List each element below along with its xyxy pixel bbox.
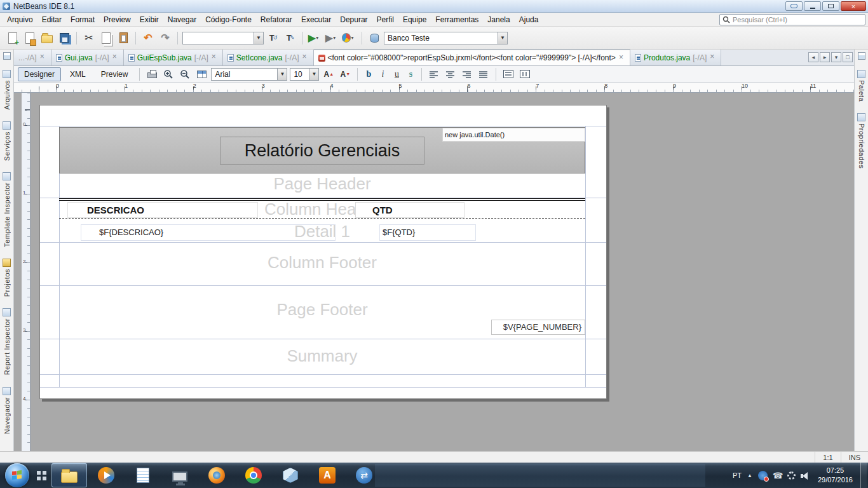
copy-button[interactable] (98, 30, 114, 46)
menu-item[interactable]: Navegar (163, 14, 201, 25)
profile-project-button[interactable]: ▾ (342, 30, 357, 46)
teamviewer-titlebar-button[interactable] (785, 1, 803, 11)
menu-item[interactable]: Format (66, 14, 99, 25)
menu-item[interactable]: Código-Fonte (201, 14, 256, 25)
align-justify-button[interactable] (477, 68, 491, 81)
dock-tab-navegador[interactable]: Navegador (3, 387, 11, 434)
page-number-textfield[interactable]: $V{PAGE_NUMBER} (491, 320, 585, 335)
debug-project-button[interactable]: ▶▾ (325, 30, 340, 46)
clock[interactable]: 07:25 29/07/2016 (818, 466, 853, 485)
config-combobox[interactable]: ▼ (182, 32, 264, 44)
connection-combobox[interactable]: Banco Teste▼ (384, 32, 508, 44)
close-button[interactable]: × (841, 1, 866, 11)
volume-tray-icon[interactable] (801, 471, 810, 480)
dock-tab-report-inspector[interactable]: Report Inspector (3, 308, 11, 375)
menu-item[interactable]: Janela (483, 14, 514, 25)
phone-tray-icon[interactable] (773, 471, 782, 480)
decrease-font-button[interactable]: A▼ (338, 68, 352, 81)
editor-tab[interactable]: <font color="#008000">reportEspSub.jrxml… (314, 50, 630, 65)
dock-tab-paleta[interactable]: Paleta (857, 70, 865, 102)
zoom-out-button[interactable] (178, 68, 192, 81)
menu-item[interactable]: Editar (37, 14, 66, 25)
report-group-button[interactable] (194, 68, 208, 81)
chrome-taskbar-button[interactable] (236, 463, 271, 487)
teamviewer-taskbar-button[interactable] (346, 463, 382, 487)
print-button[interactable] (145, 68, 159, 81)
database-connection-button[interactable] (367, 30, 382, 46)
opened-documents-list-button[interactable]: ▾ (831, 52, 841, 62)
open-project-button[interactable] (39, 30, 55, 46)
menu-item[interactable]: Preview (99, 14, 135, 25)
menu-item[interactable]: Exibir (135, 14, 163, 25)
menu-item[interactable]: Arquivo (3, 14, 37, 25)
show-desktop-button[interactable] (860, 463, 867, 488)
close-tab-icon[interactable] (211, 54, 218, 61)
close-tab-icon[interactable] (302, 54, 309, 61)
detail-field-descricao[interactable]: $F{DESCRICAO} (81, 224, 336, 241)
close-tab-icon[interactable] (618, 55, 625, 62)
hidden-icons-chevron[interactable]: ▲ (747, 473, 752, 478)
report-page[interactable]: Relatório Gerenciais new java.util.Date(… (39, 105, 607, 399)
netbeans-taskbar-button[interactable] (273, 463, 308, 487)
dock-tab-serviços[interactable]: Serviços (3, 121, 11, 161)
dock-tab-template-inspector[interactable]: Template Inspector (3, 172, 11, 247)
save-all-button[interactable] (57, 30, 72, 46)
text-tool-button-1[interactable]: T↺ (266, 30, 281, 46)
vertical-layout-button[interactable] (518, 68, 532, 81)
increase-font-button[interactable]: A▲ (322, 68, 336, 81)
remote-connection-taskbar-button[interactable] (162, 463, 198, 487)
notepad-taskbar-button[interactable] (125, 463, 161, 487)
dock-tab-arquivos[interactable]: Arquivos (3, 70, 11, 110)
close-tab-icon[interactable] (709, 54, 716, 61)
menu-item[interactable]: Ajuda (515, 14, 543, 25)
xml-view-button[interactable]: XML (64, 67, 92, 81)
minimize-button[interactable] (804, 1, 821, 11)
quick-search[interactable] (719, 14, 865, 25)
design-canvas[interactable]: 01234 Relatório Gerenciais new java.ut (14, 93, 854, 451)
editor-tab[interactable]: SetIcone.java [-/A] (223, 50, 314, 65)
editor-tab[interactable]: GuiEspSub.java [-/A] (124, 50, 223, 65)
italic-button[interactable]: i (377, 69, 388, 79)
redo-button[interactable]: ↷ (158, 30, 173, 46)
run-project-button[interactable]: ▶▾ (308, 30, 323, 46)
settings-tray-icon[interactable] (787, 471, 796, 480)
detail-field-qtd[interactable]: $F{QTD} (379, 224, 476, 241)
media-player-taskbar-button[interactable] (88, 463, 124, 487)
align-center-button[interactable] (444, 68, 458, 81)
strikethrough-button[interactable]: s (405, 69, 416, 79)
date-textfield[interactable]: new java.util.Date() (442, 128, 585, 142)
underline-button[interactable]: u (391, 69, 402, 79)
editor-tab[interactable]: Produtos.java [-/A] (630, 50, 721, 65)
paste-button[interactable] (116, 30, 131, 46)
menu-item[interactable]: Perfil (372, 14, 398, 25)
column-header-qtd[interactable]: QTD (355, 202, 465, 218)
horizontal-layout-button[interactable] (501, 68, 515, 81)
close-tab-icon[interactable] (112, 54, 119, 61)
font-size-combobox[interactable]: 10▼ (290, 68, 319, 81)
new-file-button[interactable] (5, 30, 20, 46)
menu-item[interactable]: Depurar (336, 14, 372, 25)
menu-item[interactable]: Ferramentas (431, 14, 483, 25)
report-title-text[interactable]: Relatório Gerenciais (220, 137, 424, 165)
dock-tab-propriedades[interactable]: Propriedades (857, 113, 865, 168)
align-right-button[interactable] (460, 68, 474, 81)
teamviewer-tray-icon[interactable] (758, 471, 768, 480)
dock-tab-projetos[interactable]: Projetos (3, 259, 11, 297)
maximize-editor-button[interactable]: □ (843, 52, 853, 62)
new-project-button[interactable] (22, 30, 37, 46)
column-header-descricao[interactable]: DESCRICAO (67, 202, 258, 218)
menu-item[interactable]: Refatorar (256, 14, 297, 25)
undo-button[interactable]: ↶ (140, 30, 156, 46)
font-family-combobox[interactable]: Arial▼ (211, 68, 287, 81)
editor-tab[interactable]: Gui.java [-/A] (51, 50, 124, 65)
firefox-taskbar-button[interactable] (199, 463, 234, 487)
menu-item[interactable]: Equipe (398, 14, 431, 25)
cut-button[interactable]: ✂ (81, 30, 97, 46)
bold-button[interactable]: b (363, 69, 374, 79)
explorer-taskbar-button[interactable] (51, 463, 87, 487)
menu-item[interactable]: Executar (297, 14, 336, 25)
scroll-tabs-left-button[interactable]: ◂ (808, 52, 818, 62)
titlebar[interactable]: NetBeans IDE 8.1 × (0, 0, 868, 13)
editor-tab[interactable]: ...-/A] (14, 50, 51, 65)
maximize-button[interactable] (822, 1, 839, 11)
